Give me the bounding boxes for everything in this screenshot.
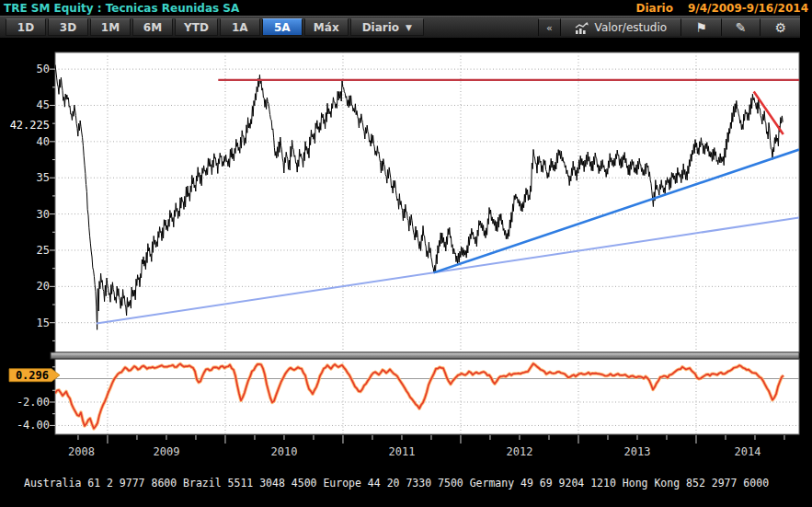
main-plot-area[interactable] [55,52,799,352]
tab-6m[interactable]: 6M [132,18,173,36]
period-dropdown-label: Diario [362,21,399,34]
tab-1d[interactable]: 1D [6,18,46,36]
annotate-button[interactable]: ✎ [721,18,761,36]
panel-divider[interactable] [51,352,799,359]
y-axis-label: 20 [37,280,50,293]
y-axis-label: 50 [37,63,50,75]
study-button[interactable]: Valor/estudio [560,18,681,36]
flag-icon: ⚑ [695,21,707,34]
study-value-label: 0.296 [16,369,49,382]
title-bar: TRE SM Equity : Tecnicas Reunidas SA Dia… [0,0,812,16]
x-axis-year-label: 2010 [271,445,298,458]
date-range: 9/4/2009-9/16/2014 [688,2,808,15]
tab-1a[interactable]: 1A [220,18,260,36]
chevron-down-icon: ▼ [406,23,412,32]
period-tab-bar: 1D3D1M6MYTD1A5AMáx Diario ▼ « Valor/estu… [0,16,800,38]
collapse-toolbar-button[interactable]: « [538,18,560,36]
gear-icon: ⚙ [774,21,786,34]
y-axis-label: 40 [37,135,50,148]
x-axis-year-label: 2009 [154,445,180,458]
x-axis-year-label: 2011 [389,445,416,458]
security-title: TRE SM Equity : Tecnicas Reunidas SA [4,2,239,15]
period-dropdown[interactable]: Diario ▼ [350,18,424,36]
chart-range-info: Diario 9/4/2009-9/16/2014 [635,2,808,15]
x-axis-year-label: 2014 [735,445,761,458]
footer-info: Australia 61 2 9777 8600 Brazil 5511 304… [24,458,783,507]
collapse-icon: « [546,22,553,34]
x-axis-year-label: 2012 [507,445,533,458]
chart-toolbar: « Valor/estudio ⚑ ✎ ⚙ [538,18,800,36]
tab-1m[interactable]: 1M [90,18,131,36]
settings-button[interactable]: ⚙ [760,18,800,36]
y-axis-label: 15 [37,317,50,329]
footer-contacts-line1: Australia 61 2 9777 8600 Brazil 5511 304… [24,478,783,489]
y-axis-label: 35 [37,171,50,184]
tab-3d[interactable]: 3D [48,18,88,36]
study-axis-label: -4.00 [17,419,50,432]
chart-icon [575,22,589,34]
y-axis-label: 25 [37,244,50,257]
study-button-label: Valor/estudio [595,21,668,34]
last-price-label: 42.225 [10,119,50,132]
study-axis-label: -2.00 [17,396,50,409]
flag-annotation-button[interactable]: ⚑ [680,18,721,36]
annotate-pencil-icon: ✎ [736,21,747,34]
bloomberg-terminal-window: TRE SM Equity : Tecnicas Reunidas SA Dia… [0,0,812,507]
y-axis-label: 30 [37,208,50,221]
period-label: Diario [635,2,672,15]
tab-mx[interactable]: Máx [304,18,349,36]
tab-5a[interactable]: 5A [262,18,303,36]
y-axis-label: 45 [37,98,50,111]
price-chart[interactable]: 152025303540455042.225-2.00-4.000.296200… [0,0,812,507]
x-axis-year-label: 2013 [624,445,651,458]
x-axis-year-label: 2008 [68,445,95,458]
tab-ytd[interactable]: YTD [175,18,218,36]
